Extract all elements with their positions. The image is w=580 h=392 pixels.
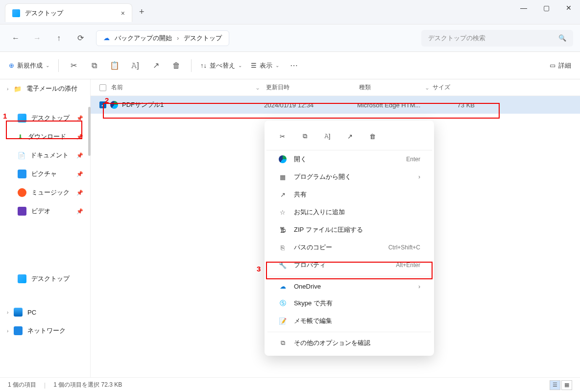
- ctx-properties[interactable]: 🔧 プロパティ Alt+Enter: [266, 256, 432, 274]
- view-label: 表示: [260, 61, 272, 70]
- sidebar-scrollbar[interactable]: [88, 107, 91, 156]
- close-tab-icon[interactable]: ×: [121, 9, 125, 17]
- sidebar-item-pictures[interactable]: ピクチャ 📌: [0, 165, 90, 183]
- skype-icon: Ⓢ: [278, 299, 287, 308]
- sidebar-item-label: ネットワーク: [27, 326, 66, 335]
- context-menu: ✂ ⧉ 𝙰] ↗ 🗑 開く Enter ▦ プログラムから開く › ↗ 共有 ☆…: [265, 121, 434, 356]
- chevron-down-icon: ⌄: [238, 63, 242, 68]
- breadcrumb-location[interactable]: デスクトップ: [184, 34, 222, 43]
- minimize-button[interactable]: —: [512, 0, 535, 16]
- window-controls: — ▢ ✕: [512, 0, 580, 16]
- view-details-button[interactable]: ☰: [550, 380, 560, 390]
- pin-icon[interactable]: 📌: [76, 152, 83, 159]
- column-date[interactable]: 更新日時: [266, 83, 359, 92]
- pin-icon[interactable]: 📌: [76, 208, 83, 215]
- pin-icon[interactable]: 📌: [76, 190, 83, 196]
- sidebar-item-music[interactable]: ミュージック 📌: [0, 183, 90, 202]
- ctx-share[interactable]: ↗ 共有: [266, 186, 432, 203]
- annotation-2: 2: [105, 96, 109, 104]
- column-type[interactable]: 種類⌄: [359, 83, 433, 92]
- sidebar-item-email[interactable]: › 📁 電子メールの添付: [0, 79, 90, 98]
- close-button[interactable]: ✕: [557, 0, 580, 16]
- paste-button[interactable]: 📋: [109, 60, 121, 72]
- ctx-cut-button[interactable]: ✂: [274, 128, 290, 144]
- pin-icon[interactable]: 📌: [76, 171, 83, 177]
- ctx-copy-button[interactable]: ⧉: [297, 128, 313, 144]
- up-button[interactable]: ↑: [50, 29, 68, 47]
- file-row[interactable]: ✓ PDFサンプル1 2024/01/19 12:34 Microsoft Ed…: [91, 96, 580, 114]
- chevron-right-icon: ›: [7, 328, 8, 334]
- notepad-icon: 📝: [278, 318, 287, 325]
- onedrive-icon: ☁: [278, 283, 287, 290]
- music-icon: [18, 188, 26, 197]
- shortcut-label: Enter: [406, 156, 420, 163]
- address-bar[interactable]: ☁ バックアップの開始 › デスクトップ: [96, 30, 229, 46]
- search-icon: 🔍: [558, 34, 566, 42]
- file-type: Microsoft Edge HTM...: [357, 101, 431, 109]
- pin-icon[interactable]: 📌: [76, 115, 83, 122]
- star-icon: ☆: [278, 209, 287, 216]
- navigation-bar: ← → ↑ ⟳ ☁ バックアップの開始 › デスクトップ デスクトップの検索 🔍: [0, 24, 580, 52]
- new-button[interactable]: ⊕ 新規作成 ⌄: [9, 61, 49, 70]
- ctx-delete-button[interactable]: 🗑: [364, 128, 380, 144]
- sidebar-item-videos[interactable]: ビデオ 📌: [0, 202, 90, 220]
- search-box[interactable]: デスクトップの検索 🔍: [421, 30, 573, 47]
- maximize-button[interactable]: ▢: [535, 0, 557, 16]
- sidebar-item-documents[interactable]: 📄 ドキュメント 📌: [0, 146, 90, 165]
- ctx-open-with[interactable]: ▦ プログラムから開く ›: [266, 168, 432, 186]
- sidebar-item-downloads[interactable]: ⬇ ダウンロード 📌: [0, 127, 90, 146]
- command-bar: ⊕ 新規作成 ⌄ ✂ ⧉ 📋 𝙰] ↗ 🗑 ↑↓ 並べ替え ⌄ ☰ 表示 ⌄ ⋯…: [0, 52, 580, 79]
- sidebar-item-desktop-alt[interactable]: デスクトップ: [0, 270, 90, 288]
- ctx-label: お気に入りに追加: [294, 208, 345, 217]
- refresh-button[interactable]: ⟳: [72, 29, 89, 47]
- ctx-rename-button[interactable]: 𝙰]: [319, 128, 335, 144]
- sidebar-item-label: ミュージック: [31, 188, 70, 197]
- column-name[interactable]: 名前⌄: [111, 83, 266, 92]
- chevron-right-icon: ›: [177, 34, 179, 42]
- view-icons-button[interactable]: ▦: [561, 380, 572, 390]
- ctx-label: ZIP ファイルに圧縮する: [294, 225, 363, 234]
- new-tab-button[interactable]: +: [139, 7, 145, 17]
- column-size[interactable]: サイズ: [433, 83, 482, 92]
- details-pane-button[interactable]: ▭ 詳細: [550, 61, 571, 70]
- divider: [191, 59, 192, 72]
- network-icon: [14, 326, 23, 335]
- ctx-notepad[interactable]: 📝 メモ帳で編集: [266, 312, 432, 330]
- sidebar-item-label: ダウンロード: [28, 132, 66, 141]
- sidebar-item-network[interactable]: › ネットワーク: [0, 321, 90, 340]
- select-all-checkbox[interactable]: [99, 84, 106, 91]
- share-button[interactable]: ↗: [150, 60, 162, 72]
- chevron-down-icon: ⌄: [275, 63, 279, 68]
- sidebar-item-desktop[interactable]: デスクトップ 📌: [0, 109, 90, 127]
- ctx-copy-path[interactable]: ⎘ パスのコピー Ctrl+Shift+C: [266, 239, 432, 256]
- ctx-share-button[interactable]: ↗: [342, 128, 358, 144]
- ctx-more-options[interactable]: ⧉ その他のオプションを確認: [266, 334, 432, 352]
- desktop-icon: [18, 114, 26, 122]
- view-button[interactable]: ☰ 表示 ⌄: [251, 61, 279, 70]
- ctx-zip[interactable]: 🗜 ZIP ファイルに圧縮する: [266, 221, 432, 239]
- ctx-onedrive[interactable]: ☁ OneDrive ›: [266, 278, 432, 294]
- ctx-open[interactable]: 開く Enter: [266, 150, 432, 168]
- back-button[interactable]: ←: [7, 29, 24, 47]
- desktop-icon: [18, 274, 26, 283]
- cut-button[interactable]: ✂: [68, 60, 79, 72]
- ctx-favorite[interactable]: ☆ お気に入りに追加: [266, 203, 432, 221]
- pc-icon: [14, 308, 23, 317]
- more-button[interactable]: ⋯: [288, 60, 300, 72]
- ctx-label: メモ帳で編集: [294, 317, 332, 325]
- edge-icon: [110, 101, 118, 109]
- copy-button[interactable]: ⧉: [88, 60, 100, 72]
- forward-button[interactable]: →: [28, 29, 46, 47]
- sidebar-item-pc[interactable]: › PC: [0, 303, 90, 321]
- window-tab[interactable]: デスクトップ ×: [5, 3, 132, 22]
- wrench-icon: 🔧: [278, 262, 287, 269]
- videos-icon: [18, 207, 26, 216]
- delete-button[interactable]: 🗑: [170, 60, 182, 72]
- breadcrumb-backup[interactable]: バックアップの開始: [115, 34, 172, 43]
- zip-icon: 🗜: [278, 226, 287, 234]
- sort-button[interactable]: ↑↓ 並べ替え ⌄: [200, 61, 242, 70]
- ctx-label: その他のオプションを確認: [294, 339, 370, 347]
- rename-button[interactable]: 𝙰]: [129, 60, 141, 72]
- pin-icon[interactable]: 📌: [76, 134, 83, 140]
- ctx-skype[interactable]: Ⓢ Skype で共有: [266, 294, 432, 312]
